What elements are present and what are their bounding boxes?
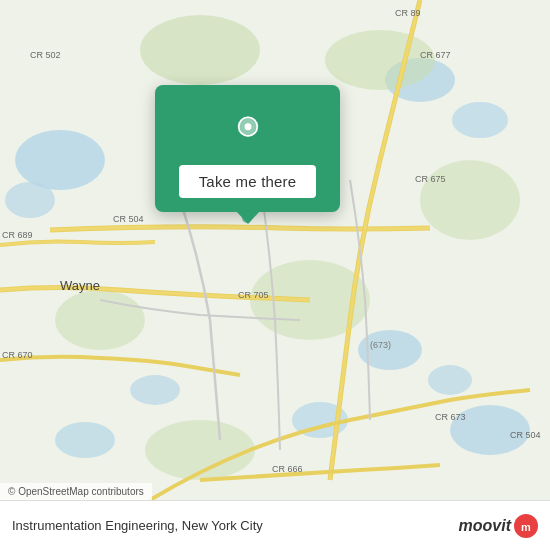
location-icon-wrapper (222, 103, 274, 155)
moovit-logo-right: moovit m (459, 514, 538, 538)
svg-point-6 (428, 365, 472, 395)
moovit-label-right: moovit (459, 517, 511, 535)
svg-text:CR 502: CR 502 (30, 50, 61, 60)
location-popup: Take me there (155, 85, 340, 212)
svg-point-10 (55, 422, 115, 458)
svg-text:CR 675: CR 675 (415, 174, 446, 184)
svg-text:CR 89: CR 89 (395, 8, 421, 18)
svg-text:CR 504: CR 504 (113, 214, 144, 224)
svg-point-2 (5, 182, 55, 218)
svg-point-13 (420, 160, 520, 240)
moovit-icon-right: m (514, 514, 538, 538)
svg-text:CR 689: CR 689 (2, 230, 33, 240)
svg-text:CR 666: CR 666 (272, 464, 303, 474)
svg-text:CR 504: CR 504 (510, 430, 541, 440)
osm-attribution-text: © OpenStreetMap contributors (8, 486, 144, 497)
location-pin-icon (233, 114, 263, 144)
bottom-info-bar: Instrumentation Engineering, New York Ci… (0, 500, 550, 550)
svg-text:CR 677: CR 677 (420, 50, 451, 60)
svg-text:m: m (521, 521, 531, 533)
svg-point-12 (325, 30, 435, 90)
svg-text:Wayne: Wayne (60, 278, 100, 293)
map-view[interactable]: CR 502 CR 689 CR 504 CR 89 CR 677 CR 675… (0, 0, 550, 500)
svg-text:CR 673: CR 673 (435, 412, 466, 422)
location-label: Instrumentation Engineering, New York Ci… (12, 518, 459, 533)
take-me-there-button[interactable]: Take me there (179, 165, 317, 198)
svg-point-9 (130, 375, 180, 405)
svg-point-34 (244, 123, 251, 130)
svg-point-16 (55, 290, 145, 350)
svg-point-4 (452, 102, 508, 138)
map-background: CR 502 CR 689 CR 504 CR 89 CR 677 CR 675… (0, 0, 550, 500)
svg-text:(673): (673) (370, 340, 391, 350)
svg-text:CR 670: CR 670 (2, 350, 33, 360)
svg-point-11 (140, 15, 260, 85)
osm-attribution: © OpenStreetMap contributors (0, 483, 152, 500)
svg-point-1 (15, 130, 105, 190)
svg-text:CR 705: CR 705 (238, 290, 269, 300)
